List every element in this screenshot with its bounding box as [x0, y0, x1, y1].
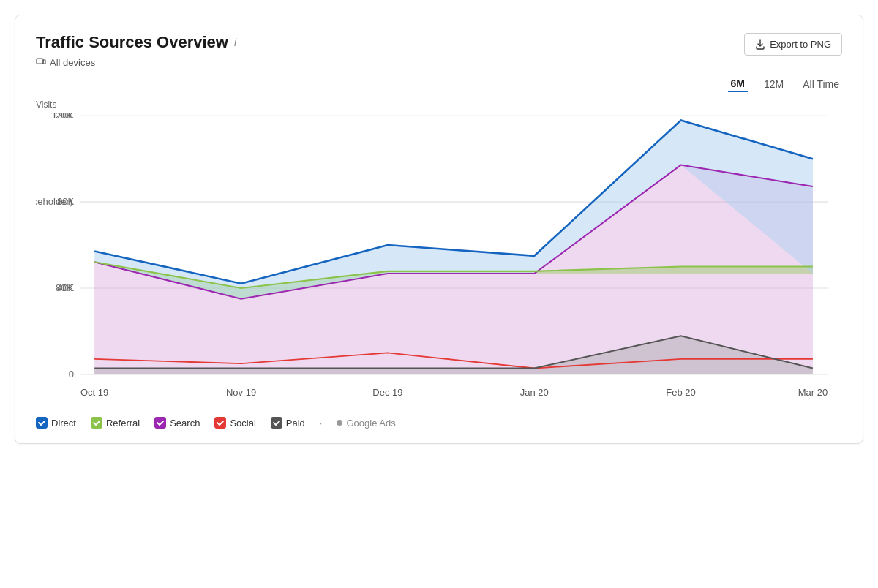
legend-item-social[interactable]: Social	[214, 417, 255, 429]
legend-label-referral: Referral	[106, 418, 140, 429]
svg-text:120K: 120K	[52, 113, 74, 121]
legend-item-direct[interactable]: Direct	[36, 417, 76, 429]
chart-legend: Direct Referral Search Social	[36, 417, 842, 429]
info-icon[interactable]: i	[234, 37, 236, 48]
legend-label-social: Social	[230, 418, 255, 429]
card-header: Traffic Sources Overview i All devices E…	[36, 33, 842, 69]
export-button[interactable]: Export to PNG	[744, 33, 842, 56]
time-filter-12m[interactable]: 12M	[761, 77, 787, 91]
legend-label-direct: Direct	[51, 418, 76, 429]
title-text: Traffic Sources Overview	[36, 33, 228, 52]
legend-checkbox-search	[154, 417, 166, 429]
svg-rect-1	[43, 60, 45, 64]
subtitle: All devices	[36, 56, 236, 69]
time-filter-6m[interactable]: 6M	[728, 76, 748, 92]
legend-checkbox-paid	[271, 417, 282, 429]
svg-text:Nov 19: Nov 19	[226, 387, 256, 398]
legend-item-google-ads[interactable]: Google Ads	[337, 418, 395, 429]
svg-text:Mar 20: Mar 20	[798, 387, 828, 398]
title-area: Traffic Sources Overview i All devices	[36, 33, 236, 69]
export-icon	[755, 39, 765, 50]
svg-text:40K: 40K	[57, 282, 74, 293]
legend-checkbox-social	[214, 417, 226, 429]
legend-item-paid[interactable]: Paid	[271, 417, 305, 429]
svg-text:80K: 80K	[57, 196, 74, 207]
time-filter-all-time[interactable]: All Time	[800, 77, 842, 91]
svg-text:Dec 19: Dec 19	[372, 387, 402, 398]
devices-label: All devices	[50, 57, 95, 68]
card-title: Traffic Sources Overview i	[36, 33, 236, 52]
legend-label-google-ads: Google Ads	[346, 418, 395, 429]
legend-dot-google-ads	[337, 420, 342, 426]
svg-text:Oct 19: Oct 19	[80, 387, 108, 398]
traffic-sources-card: Traffic Sources Overview i All devices E…	[15, 15, 863, 444]
svg-rect-0	[37, 59, 43, 64]
legend-label-paid: Paid	[286, 418, 305, 429]
legend-checkbox-referral	[91, 417, 102, 429]
chart-area: Visits 120K 80K 40K (placeholder)	[36, 99, 842, 405]
y-axis-label: Visits	[36, 99, 842, 110]
legend-item-search[interactable]: Search	[154, 417, 200, 429]
legend-item-referral[interactable]: Referral	[91, 417, 140, 429]
svg-text:Jan 20: Jan 20	[520, 387, 549, 398]
legend-separator: ·	[320, 418, 323, 429]
time-filter-controls: 6M 12M All Time	[36, 76, 842, 92]
devices-icon	[36, 56, 46, 69]
chart-svg: 120K 80K 40K (placeholder)	[36, 113, 842, 405]
svg-text:Feb 20: Feb 20	[666, 387, 696, 398]
legend-label-search: Search	[170, 418, 200, 429]
chart-container: 120K 80K 40K (placeholder)	[36, 113, 842, 405]
svg-text:0: 0	[69, 369, 74, 380]
legend-checkbox-direct	[36, 417, 48, 429]
